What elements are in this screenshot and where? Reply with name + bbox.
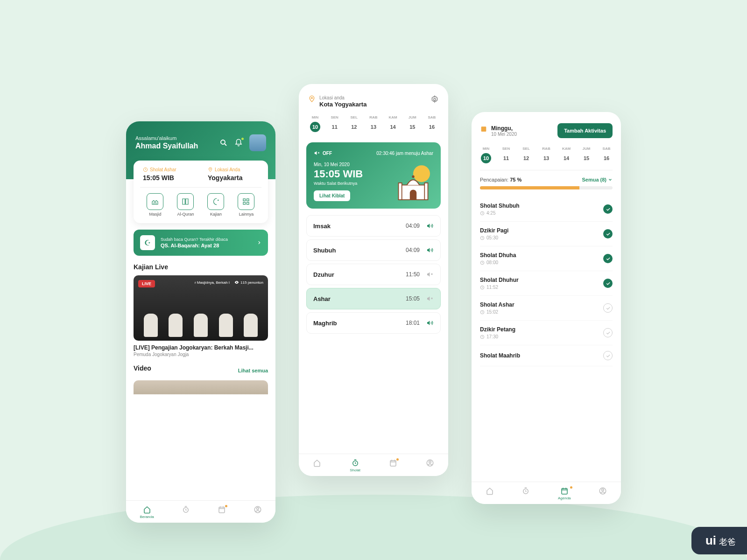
checkmark-pending-icon[interactable] bbox=[603, 351, 613, 360]
sound-on-icon[interactable] bbox=[426, 246, 434, 254]
day-item[interactable]: SEL12 bbox=[349, 115, 359, 132]
settings-icon[interactable] bbox=[430, 95, 439, 104]
prayer-row[interactable]: Shubuh 04:09 bbox=[306, 239, 441, 261]
shortcut-more[interactable]: Lainnya bbox=[238, 193, 254, 217]
achievement-value: 75 % bbox=[510, 177, 521, 182]
nav-beranda[interactable] bbox=[486, 487, 494, 500]
task-time: 05:30 bbox=[480, 235, 508, 240]
prayer-name: Imsak bbox=[313, 223, 331, 230]
task-name: Sholat Dhuha bbox=[480, 252, 516, 259]
bottom-nav: Beranda bbox=[126, 500, 275, 523]
kajian-live-title: Kajian Live bbox=[134, 263, 268, 271]
svg-point-11 bbox=[311, 98, 313, 99]
shortcut-masjid[interactable]: Masjid bbox=[147, 193, 163, 217]
task-name: Sholat Ashar bbox=[480, 301, 514, 308]
avatar[interactable] bbox=[249, 134, 266, 151]
day-item[interactable]: MIN10 bbox=[481, 147, 491, 163]
nav-agenda[interactable] bbox=[389, 459, 397, 472]
nav-profile[interactable] bbox=[599, 487, 607, 500]
live-thumbnail[interactable]: LIVE r Masjidnya, Berkah I 115 penonton bbox=[134, 275, 268, 341]
prayer-time: 04:09 bbox=[406, 223, 420, 229]
video-thumbnail[interactable] bbox=[134, 380, 268, 394]
checkmark-pending-icon[interactable] bbox=[603, 303, 613, 313]
live-info: r Masjidnya, Berkah I 115 penonton bbox=[195, 280, 263, 285]
day-item[interactable]: SEN11 bbox=[501, 147, 511, 163]
nav-agenda[interactable]: Agenda bbox=[558, 487, 571, 500]
kibla-button[interactable]: Lihat Kiblat bbox=[314, 190, 350, 201]
day-item[interactable]: JUM15 bbox=[581, 147, 592, 163]
sound-on-icon[interactable] bbox=[426, 319, 434, 327]
task-row[interactable]: Sholat Dhuhur 11:52 bbox=[480, 271, 613, 296]
phone-beranda: Assalamu'alaikum Ahmad Syaifullah Sholat bbox=[126, 121, 275, 523]
prayer-label: Sholat Ashar bbox=[143, 167, 194, 172]
checkmark-done-icon[interactable] bbox=[603, 254, 613, 263]
nav-beranda[interactable]: Beranda bbox=[140, 505, 154, 519]
checkmark-pending-icon[interactable] bbox=[603, 328, 613, 337]
sound-muted-icon[interactable] bbox=[426, 271, 434, 278]
filter-dropdown[interactable]: Semua (8) bbox=[582, 177, 613, 182]
sound-off-icon bbox=[314, 150, 320, 156]
svg-point-10 bbox=[256, 508, 259, 510]
checkmark-done-icon[interactable] bbox=[603, 204, 613, 214]
day-item[interactable]: SAB16 bbox=[427, 115, 437, 132]
shortcut-quran[interactable]: Al-Quran bbox=[177, 193, 194, 217]
task-row[interactable]: Sholat Maahrib bbox=[480, 345, 613, 366]
phone-agenda: Minggu, 10 Mei 2020 Tambah Aktivitas MIN… bbox=[472, 112, 621, 504]
day-item[interactable]: SAB16 bbox=[601, 147, 612, 163]
grid-icon bbox=[238, 193, 254, 210]
nav-agenda[interactable] bbox=[218, 505, 226, 519]
prayer-row[interactable]: Imsak 04:09 bbox=[306, 215, 441, 237]
nav-beranda[interactable] bbox=[313, 459, 321, 472]
day-item[interactable]: JUM15 bbox=[407, 115, 417, 132]
svg-point-13 bbox=[413, 165, 430, 182]
svg-point-12 bbox=[434, 98, 436, 101]
nav-profile[interactable] bbox=[254, 505, 262, 519]
sound-muted-icon[interactable] bbox=[426, 295, 434, 302]
task-name: Sholat Maahrib bbox=[480, 352, 520, 359]
day-item[interactable]: RAB13 bbox=[368, 115, 379, 132]
prayer-row[interactable]: Dzuhur 11:50 bbox=[306, 264, 441, 285]
home-icon bbox=[486, 487, 494, 495]
eye-icon bbox=[234, 280, 239, 285]
day-item[interactable]: RAB13 bbox=[541, 147, 551, 163]
prayer-row[interactable]: Maghrib 18:01 bbox=[306, 312, 441, 334]
day-item[interactable]: KAM14 bbox=[388, 115, 398, 132]
chevron-down-icon bbox=[608, 177, 613, 182]
prayer-name: Ashar bbox=[313, 295, 331, 302]
shortcut-kajian[interactable]: Kajian bbox=[207, 193, 224, 217]
video-section-title: Video bbox=[134, 364, 151, 372]
nav-sholat[interactable]: Sholat bbox=[350, 459, 360, 472]
search-icon[interactable] bbox=[219, 139, 228, 147]
live-badge: LIVE bbox=[138, 280, 155, 287]
bottom-nav: Sholat bbox=[299, 454, 448, 476]
prayer-row[interactable]: Ashar 15:05 bbox=[306, 288, 441, 309]
calendar-icon bbox=[389, 459, 397, 467]
nav-sholat[interactable] bbox=[182, 505, 190, 519]
countdown: 02:30:46 jam menuju Ashar bbox=[376, 151, 433, 156]
checkmark-done-icon[interactable] bbox=[603, 229, 613, 238]
task-name: Dzikir Pagi bbox=[480, 227, 508, 234]
task-row[interactable]: Dzikir Pagi 05:30 bbox=[480, 222, 613, 246]
task-row[interactable]: Sholat Ashar 15:02 bbox=[480, 296, 613, 321]
quran-banner[interactable]: ☪ Sudah baca Quran? Terakhir dibaca QS. … bbox=[134, 230, 268, 256]
agenda-subdate: 10 Mei 2020 bbox=[491, 132, 517, 137]
see-all-link[interactable]: Lihat semua bbox=[238, 368, 268, 373]
add-activity-button[interactable]: Tambah Aktivitas bbox=[557, 123, 613, 138]
checkmark-done-icon[interactable] bbox=[603, 279, 613, 288]
task-row[interactable]: Sholat Dhuha 08:00 bbox=[480, 246, 613, 271]
location-value: Yogyakarta bbox=[208, 174, 259, 182]
prayer-time: 04:09 bbox=[406, 247, 420, 253]
location-label: Lokasi anda bbox=[319, 95, 366, 100]
nav-profile[interactable] bbox=[426, 459, 434, 472]
sound-on-icon[interactable] bbox=[426, 222, 434, 230]
task-row[interactable]: Dzikir Petang 17:30 bbox=[480, 321, 613, 345]
day-item[interactable]: MIN10 bbox=[310, 115, 320, 132]
task-row[interactable]: Sholat Shubuh 4:25 bbox=[480, 197, 613, 222]
day-item[interactable]: KAM14 bbox=[561, 147, 571, 163]
svg-rect-3 bbox=[243, 199, 246, 201]
sound-toggle[interactable]: OFF bbox=[314, 150, 332, 156]
day-item[interactable]: SEN11 bbox=[330, 115, 340, 132]
day-item[interactable]: SEL12 bbox=[521, 147, 531, 163]
bell-icon[interactable] bbox=[234, 139, 243, 147]
nav-sholat[interactable] bbox=[521, 487, 530, 500]
